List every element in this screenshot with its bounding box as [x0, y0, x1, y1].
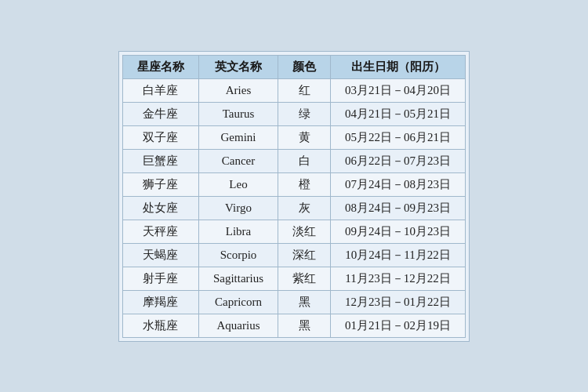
- cell-english-name: Libra: [198, 220, 278, 243]
- table-row: 狮子座Leo橙07月24日－08月23日: [122, 172, 465, 196]
- cell-dates: 11月23日－12月22日: [331, 267, 466, 290]
- cell-color: 红: [278, 78, 331, 102]
- cell-chinese-name: 金牛座: [122, 102, 198, 125]
- cell-dates: 06月22日－07月23日: [331, 149, 466, 172]
- cell-english-name: Capricorn: [198, 290, 278, 314]
- table-row: 巨蟹座Cancer白06月22日－07月23日: [122, 149, 465, 172]
- cell-dates: 03月21日－04月20日: [331, 78, 466, 102]
- header-chinese-name: 星座名称: [122, 55, 198, 78]
- cell-dates: 08月24日－09月23日: [331, 196, 466, 220]
- cell-dates: 12月23日－01月22日: [331, 290, 466, 314]
- header-color: 颜色: [278, 55, 331, 78]
- cell-chinese-name: 巨蟹座: [122, 149, 198, 172]
- table-body: 白羊座Aries红03月21日－04月20日金牛座Taurus绿04月21日－0…: [122, 78, 465, 337]
- cell-chinese-name: 双子座: [122, 125, 198, 149]
- cell-chinese-name: 射手座: [122, 267, 198, 290]
- cell-english-name: Virgo: [198, 196, 278, 220]
- cell-chinese-name: 摩羯座: [122, 290, 198, 314]
- cell-dates: 04月21日－05月21日: [331, 102, 466, 125]
- cell-color: 深红: [278, 243, 331, 267]
- table-row: 射手座Sagittarius紫红11月23日－12月22日: [122, 267, 465, 290]
- table-row: 处女座Virgo灰08月24日－09月23日: [122, 196, 465, 220]
- cell-english-name: Aries: [198, 78, 278, 102]
- cell-chinese-name: 白羊座: [122, 78, 198, 102]
- header-dates: 出生日期（阳历）: [331, 55, 466, 78]
- table-row: 天秤座Libra淡红09月24日－10月23日: [122, 220, 465, 243]
- cell-color: 橙: [278, 172, 331, 196]
- cell-english-name: Scorpio: [198, 243, 278, 267]
- cell-dates: 10月24日－11月22日: [331, 243, 466, 267]
- cell-color: 白: [278, 149, 331, 172]
- cell-color: 黑: [278, 314, 331, 337]
- table-header-row: 星座名称 英文名称 颜色 出生日期（阳历）: [122, 55, 465, 78]
- table-row: 摩羯座Capricorn黑12月23日－01月22日: [122, 290, 465, 314]
- cell-english-name: Leo: [198, 172, 278, 196]
- cell-chinese-name: 狮子座: [122, 172, 198, 196]
- cell-chinese-name: 天蝎座: [122, 243, 198, 267]
- table-row: 双子座Gemini黄05月22日－06月21日: [122, 125, 465, 149]
- cell-english-name: Aquarius: [198, 314, 278, 337]
- cell-color: 黄: [278, 125, 331, 149]
- cell-chinese-name: 水瓶座: [122, 314, 198, 337]
- cell-color: 绿: [278, 102, 331, 125]
- cell-english-name: Cancer: [198, 149, 278, 172]
- cell-color: 紫红: [278, 267, 331, 290]
- cell-color: 淡红: [278, 220, 331, 243]
- cell-chinese-name: 天秤座: [122, 220, 198, 243]
- table-row: 天蝎座Scorpio深红10月24日－11月22日: [122, 243, 465, 267]
- cell-color: 灰: [278, 196, 331, 220]
- cell-dates: 07月24日－08月23日: [331, 172, 466, 196]
- header-english-name: 英文名称: [198, 55, 278, 78]
- table-row: 白羊座Aries红03月21日－04月20日: [122, 78, 465, 102]
- cell-dates: 05月22日－06月21日: [331, 125, 466, 149]
- cell-english-name: Gemini: [198, 125, 278, 149]
- cell-english-name: Taurus: [198, 102, 278, 125]
- table-row: 水瓶座Aquarius黑01月21日－02月19日: [122, 314, 465, 337]
- cell-dates: 01月21日－02月19日: [331, 314, 466, 337]
- zodiac-table-container: 星座名称 英文名称 颜色 出生日期（阳历） 白羊座Aries红03月21日－04…: [118, 51, 470, 342]
- cell-english-name: Sagittarius: [198, 267, 278, 290]
- cell-chinese-name: 处女座: [122, 196, 198, 220]
- cell-dates: 09月24日－10月23日: [331, 220, 466, 243]
- zodiac-table: 星座名称 英文名称 颜色 出生日期（阳历） 白羊座Aries红03月21日－04…: [122, 55, 466, 338]
- table-row: 金牛座Taurus绿04月21日－05月21日: [122, 102, 465, 125]
- cell-color: 黑: [278, 290, 331, 314]
